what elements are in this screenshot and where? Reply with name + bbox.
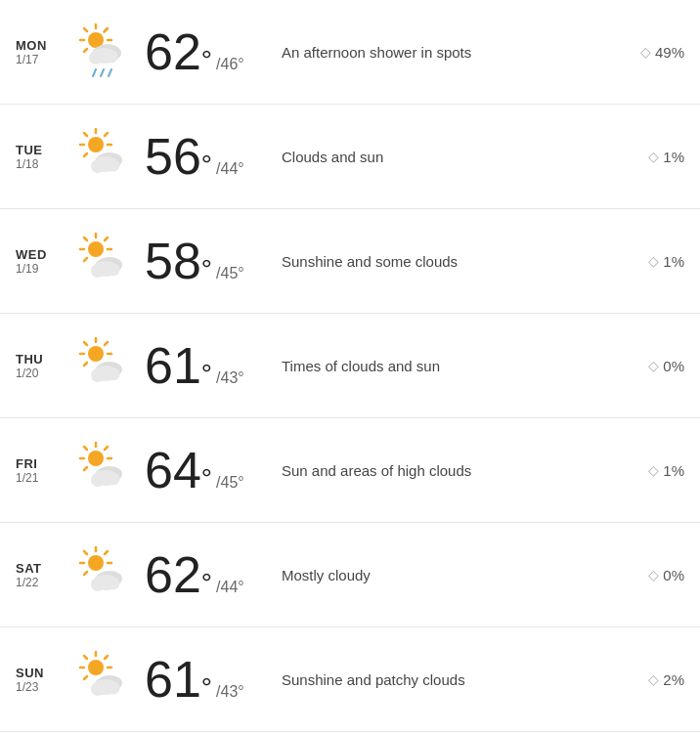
temp-low: /43°: [216, 369, 244, 387]
svg-point-80: [91, 578, 105, 591]
weather-description: Sunshine and patchy clouds: [272, 671, 616, 688]
day-date: 1/18: [16, 157, 66, 171]
svg-line-87: [84, 676, 87, 679]
precip-value: 1%: [663, 462, 684, 479]
svg-line-86: [105, 656, 108, 659]
svg-line-4: [84, 28, 87, 31]
temp-high: 58: [145, 236, 201, 286]
day-name: MON: [16, 38, 66, 53]
drop-icon: ◇: [648, 358, 659, 373]
svg-line-34: [105, 237, 108, 240]
temp-high: 64: [145, 445, 201, 496]
svg-point-81: [108, 578, 120, 590]
temp-section: 58° /45°: [145, 236, 272, 286]
weather-row: THU 1/20 61° /43° Times of clouds an: [0, 314, 700, 418]
day-date: 1/20: [16, 366, 66, 380]
temp-degree: °: [201, 150, 212, 181]
svg-point-49: [88, 346, 104, 362]
svg-line-35: [84, 258, 87, 261]
svg-line-74: [84, 572, 87, 575]
svg-point-41: [91, 264, 105, 278]
day-name: FRI: [16, 456, 66, 471]
svg-point-62: [88, 451, 104, 466]
precipitation: ◇ 0%: [616, 358, 684, 374]
svg-point-29: [108, 159, 120, 172]
svg-point-68: [108, 473, 120, 486]
weather-container: MON 1/17: [0, 0, 700, 732]
weather-row: TUE 1/18 56° /44° Clouds and sun: [0, 105, 700, 209]
svg-point-12: [89, 51, 103, 65]
svg-line-72: [84, 551, 87, 554]
drop-icon: ◇: [648, 253, 659, 269]
weather-icon: [66, 439, 145, 501]
weather-row: FRI 1/21 64° /45° Sun and areas of h: [0, 418, 700, 523]
svg-line-14: [93, 69, 96, 76]
day-date: 1/23: [16, 680, 66, 694]
weather-icon: [66, 543, 145, 606]
svg-line-60: [105, 447, 108, 450]
weather-row: MON 1/17: [0, 0, 700, 105]
weather-icon: [66, 21, 145, 83]
temp-degree: °: [201, 359, 212, 390]
svg-line-61: [84, 467, 87, 470]
day-name: SUN: [16, 666, 66, 680]
temp-degree: °: [201, 45, 212, 76]
temp-low: /44°: [216, 579, 244, 596]
svg-point-75: [88, 555, 104, 571]
day-name: TUE: [16, 143, 66, 157]
svg-line-73: [105, 551, 108, 554]
precip-value: 2%: [663, 671, 684, 688]
svg-line-47: [105, 342, 108, 345]
day-name: WED: [16, 247, 66, 262]
svg-line-46: [84, 342, 87, 345]
svg-point-94: [108, 682, 120, 695]
day-date: 1/17: [16, 53, 66, 66]
weather-description: An afternoon shower in spots: [272, 44, 616, 61]
precipitation: ◇ 1%: [616, 253, 684, 270]
drop-icon: ◇: [648, 567, 659, 582]
day-date: 1/19: [16, 262, 66, 276]
temp-low: /44°: [216, 160, 244, 178]
svg-point-88: [88, 660, 104, 675]
svg-point-67: [91, 473, 105, 487]
temp-section: 62° /44°: [145, 549, 272, 600]
temp-high: 56: [145, 131, 201, 182]
temp-degree: °: [201, 672, 212, 704]
temp-degree: °: [201, 463, 212, 495]
precip-value: 1%: [663, 253, 684, 270]
day-info: FRI 1/21: [16, 456, 66, 485]
temp-low: /46°: [216, 56, 244, 73]
svg-line-5: [105, 28, 108, 31]
svg-line-33: [84, 237, 87, 240]
day-info: MON 1/17: [16, 38, 66, 66]
weather-icon: [66, 230, 145, 292]
precip-value: 1%: [663, 149, 684, 165]
svg-line-15: [101, 69, 104, 76]
precip-value: 49%: [655, 44, 684, 61]
temp-section: 61° /43°: [145, 340, 272, 391]
temp-low: /45°: [216, 474, 244, 492]
temp-low: /43°: [216, 683, 244, 701]
svg-line-21: [105, 133, 108, 136]
weather-description: Times of clouds and sun: [272, 358, 616, 374]
drop-icon: ◇: [648, 671, 659, 687]
drop-icon: ◇: [640, 44, 651, 60]
weather-icon: [66, 648, 145, 711]
svg-line-6: [84, 49, 87, 52]
day-date: 1/22: [16, 576, 66, 589]
temp-section: 62° /46°: [145, 26, 272, 77]
weather-icon: [66, 334, 145, 397]
weather-icon: [66, 125, 145, 188]
temp-high: 62: [145, 549, 201, 600]
temp-high: 61: [145, 654, 201, 705]
day-info: TUE 1/18: [16, 143, 66, 171]
svg-line-85: [84, 656, 87, 659]
temp-section: 64° /45°: [145, 445, 272, 496]
weather-description: Mostly cloudy: [272, 567, 616, 583]
day-info: WED 1/19: [16, 247, 66, 276]
day-date: 1/21: [16, 471, 66, 485]
svg-line-20: [84, 133, 87, 136]
temp-degree: °: [201, 568, 212, 599]
precipitation: ◇ 1%: [616, 462, 684, 479]
day-name: THU: [16, 352, 66, 366]
